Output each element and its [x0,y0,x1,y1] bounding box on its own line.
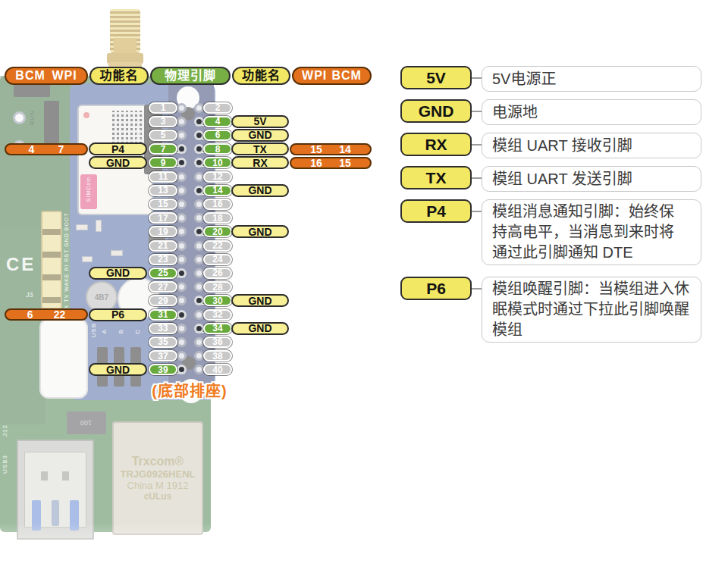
pin-badge-37: 37 [149,350,177,362]
header-wpi-bcm-right: WPI BCM [292,67,372,85]
pin-row: 2324 [0,252,379,266]
header-bcm-label: BCM [331,70,361,82]
bcm-wpi-badge: 47 [5,143,88,155]
bcm-value: 4 [29,144,35,155]
bcm-value: 6 [27,309,33,320]
header-bcm-label: BCM [15,70,45,82]
pin-row: 1516 [0,197,379,211]
pin-row: 1920GND [0,225,379,239]
legend-connector-line [472,288,482,290]
header-physical-pin: 物理引脚 [150,67,231,85]
header-bcm-wpi-left: BCM WPI [5,67,88,85]
legend-description-p4: 模组消息通知引脚：始终保 持高电平，当消息到来时将 通过此引脚通知 DTE [482,199,701,265]
wpi-value: 22 [54,309,66,320]
pin-badge-9: 9 [149,157,177,168]
function-badge: GND [231,294,289,307]
wpi-value: 15 [310,144,322,155]
pin-hole [177,213,187,223]
pin-row: 2122 [0,239,379,252]
function-badge: GND [231,322,289,335]
pin-hole [177,158,187,167]
pin-hole [177,199,187,209]
pin-badge-32: 32 [203,309,232,321]
legend-item-rx: RX 模组 UART 接收引脚 [400,133,701,158]
function-badge: GND [231,225,289,238]
pin-row: 3536 [0,335,379,349]
bottom-header-caption: (底部排座) [147,379,232,401]
legend-badge-5v: 5V [400,66,472,89]
pin-row: 345V [0,114,379,128]
pin-badge-19: 19 [149,226,177,237]
pin-hole [177,172,187,182]
pin-badge-20: 20 [203,226,232,237]
legend-description-rx: 模组 UART 接收引脚 [482,133,701,158]
function-badge: P4 [89,142,147,155]
legend-badge-rx: RX [400,133,472,156]
legend-connector-line [472,177,482,179]
pin-badge-5: 5 [149,130,177,141]
legend-badge-gnd: GND [400,99,472,123]
legend-description-tx: 模组 UART 发送引脚 [482,166,701,192]
wpi-bcm-badge: 1615 [290,157,372,169]
pin-row: 2728 [0,280,379,294]
wpi-bcm-badge: 1514 [290,143,372,155]
pin-row: 622P63132 [0,308,379,321]
pin-badge-3: 3 [149,116,177,127]
legend-connector-line [472,111,482,112]
pin-badge-6: 6 [203,130,232,141]
wpi-value: 16 [310,158,322,168]
pin-row: 12 [0,101,379,114]
pin-badge-40: 40 [203,364,232,375]
pin-hole [177,282,187,292]
legend-connector-line [472,144,482,146]
pin-badge-4: 4 [203,116,232,127]
pin-badge-26: 26 [203,268,232,279]
legend-item-p4: P4 模组消息通知引脚：始终保 持高电平，当消息到来时将 通过此引脚通知 DTE [400,199,701,265]
function-badge: TX [231,142,289,155]
pin-row: 47P478TX1514 [0,142,379,156]
bcm-value: 14 [339,144,351,155]
pin-row: 2930GND [0,294,379,308]
pin-hole [177,227,187,236]
pin-row: 56GND [0,128,379,142]
pin-badge-10: 10 [203,157,232,168]
function-badge: RX [231,156,289,169]
pin-badge-15: 15 [149,199,177,210]
pin-hole [177,351,187,361]
pin-hole [177,144,187,154]
pin-badge-22: 22 [203,240,232,252]
pin-badge-31: 31 [149,309,177,321]
pin-badge-11: 11 [149,171,177,183]
legend-badge-tx: TX [400,166,472,189]
pin-badge-14: 14 [203,185,232,196]
pin-hole [177,296,187,305]
function-badge: GND [231,184,289,197]
function-badge: GND [89,156,147,169]
pin-hole [177,310,187,320]
pin-row: 1112 [0,170,379,183]
pin-row: GND910RX1615 [0,156,379,170]
pin-badge-28: 28 [203,281,232,293]
pin-badge-35: 35 [149,337,177,348]
function-badge: GND [89,363,147,376]
pin-badge-12: 12 [203,171,232,183]
pin-badge-27: 27 [149,281,177,293]
pin-row: GND3940 [0,363,379,377]
pin-hole [177,103,187,113]
pin-row: 3334GND [0,321,379,335]
header-wpi-label: WPI [52,70,77,82]
pin-hole [177,365,187,374]
pin-badge-7: 7 [149,143,177,155]
pin-row: 1314GND [0,183,379,197]
pin-badge-8: 8 [203,143,232,155]
legend-connector-line [472,211,482,212]
legend-item-5v: 5V 5V电源正 [400,66,701,92]
header-func-left: 功能名 [89,67,149,85]
pin-badge-13: 13 [149,185,177,196]
pin-badge-18: 18 [203,212,232,224]
pin-badge-30: 30 [203,295,232,306]
legend-description-p6: 模组唤醒引脚：当模组进入休 眠模式时通过下拉此引脚唤醒 模组 [482,277,701,343]
pin-badge-1: 1 [149,102,177,114]
pin-hole [177,241,187,251]
legend-description-gnd: 电源地 [482,99,701,125]
